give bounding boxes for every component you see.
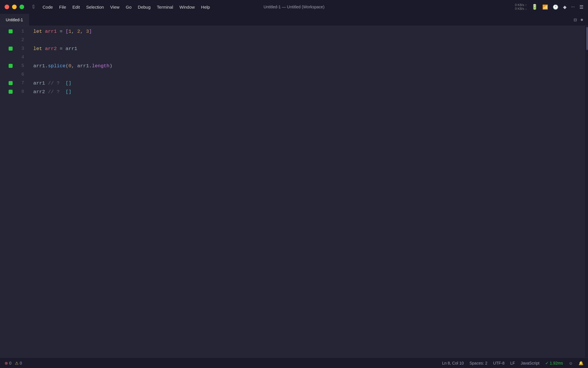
gutter-row <box>0 87 14 96</box>
dot-icon: ● <box>580 17 583 23</box>
breakpoint-indicator[interactable] <box>9 29 13 33</box>
menu-file[interactable]: File <box>56 3 69 11</box>
indentation[interactable]: Spaces: 2 <box>469 361 487 365</box>
menu-terminal[interactable]: Terminal <box>154 3 176 11</box>
line-number: 1 <box>14 27 29 36</box>
code-line[interactable]: let arr1 = [1, 2, 3] <box>33 27 585 36</box>
line-number: 8 <box>14 87 29 96</box>
statusbar-right: Ln 8, Col 10 Spaces: 2 UTF-8 LF JavaScri… <box>442 361 583 365</box>
editor-container: 12345678 let arr1 = [1, 2, 3]let arr2 = … <box>0 26 588 358</box>
token-plain <box>60 89 65 95</box>
scrollbar-thumb[interactable] <box>586 27 588 50</box>
breakpoint-indicator[interactable] <box>9 90 13 94</box>
token-bracket: [ <box>65 29 68 34</box>
close-button[interactable] <box>5 5 9 9</box>
smiley-icon[interactable]: ☺ <box>569 361 573 365</box>
code-line[interactable]: arr1 // ? [] <box>33 79 585 87</box>
gutter-row <box>0 79 14 87</box>
minimize-button[interactable] <box>12 5 17 9</box>
gutter-row <box>0 70 14 79</box>
scrollbar[interactable] <box>585 26 588 358</box>
code-line[interactable]: let arr2 = arr1 <box>33 44 585 53</box>
line-number: 3 <box>14 44 29 53</box>
token-op: ) <box>109 63 112 69</box>
line-number: 7 <box>14 79 29 87</box>
token-result: [] <box>65 80 71 86</box>
apple-menu[interactable]:  <box>30 3 37 11</box>
error-count-value: 0 <box>9 361 11 365</box>
line-number: 6 <box>14 70 29 79</box>
encoding[interactable]: UTF-8 <box>493 361 505 365</box>
token-comment: // ? <box>48 80 60 86</box>
menu-window[interactable]: Window <box>177 3 198 11</box>
network-speed-icon: 0 KB/s ↑ 0 KB/s ↓ <box>515 3 527 11</box>
token-op: , <box>71 29 77 34</box>
titlebar-right: 0 KB/s ↑ 0 KB/s ↓ 🔋 📶 🕐 ◆ ··· ☰ <box>515 3 583 11</box>
error-icon: ⊗ <box>5 361 8 365</box>
code-line[interactable]: arr1.splice(0, arr1.length) <box>33 62 585 70</box>
language-mode[interactable]: JavaScript <box>521 361 539 365</box>
menu-help[interactable]: Help <box>198 3 213 11</box>
token-plain <box>60 80 65 86</box>
line-number: 2 <box>14 36 29 44</box>
token-var: arr1 <box>45 29 57 34</box>
line-number: 4 <box>14 53 29 62</box>
menu-bar:  Code File Edit Selection View Go Debug… <box>30 3 213 11</box>
token-kw: let <box>33 29 45 34</box>
token-method: splice <box>48 63 65 69</box>
split-editor-icon[interactable]: ⊟ <box>574 17 577 23</box>
tab-label: Untitled-1 <box>6 18 23 22</box>
clock-icon: 🕐 <box>553 4 558 10</box>
token-plain: arr1. <box>33 63 48 69</box>
token-comment: // ? <box>48 89 60 95</box>
code-line[interactable] <box>33 36 585 44</box>
code-area[interactable]: let arr1 = [1, 2, 3]let arr2 = arr1arr1.… <box>29 26 585 358</box>
code-line[interactable] <box>33 70 585 79</box>
breakpoint-indicator[interactable] <box>9 64 13 68</box>
token-num: 2 <box>77 29 80 34</box>
code-line[interactable] <box>33 53 585 62</box>
titlebar:  Code File Edit Selection View Go Debug… <box>0 0 588 14</box>
menu-code[interactable]: Code <box>40 3 56 11</box>
warning-icon: ⚠ <box>15 361 19 365</box>
tabbar-icons: ⊟ ● <box>574 17 588 23</box>
menu-edit[interactable]: Edit <box>69 3 83 11</box>
window-title: Untitled-1 — Untitled (Workspace) <box>264 5 324 9</box>
list-icon[interactable]: ☰ <box>579 4 583 10</box>
token-op: ( <box>65 63 68 69</box>
token-num: 1 <box>68 29 71 34</box>
tab-bar: Untitled-1 ⊟ ● <box>0 14 588 26</box>
token-plain: arr1 <box>65 46 77 51</box>
token-plain: arr1 <box>33 80 48 86</box>
breakpoint-indicator[interactable] <box>9 81 13 85</box>
breakpoint-indicator[interactable] <box>9 47 13 51</box>
menu-selection[interactable]: Selection <box>83 3 107 11</box>
line-numbers: 12345678 <box>14 26 29 358</box>
cursor-position[interactable]: Ln 8, Col 10 <box>442 361 464 365</box>
menu-debug[interactable]: Debug <box>135 3 153 11</box>
tab-untitled-1[interactable]: Untitled-1 <box>0 14 29 26</box>
breakpoint-gutter <box>0 26 14 358</box>
code-line[interactable]: arr2 // ? [] <box>33 87 585 96</box>
error-count[interactable]: ⊗ 0 ⚠ 0 <box>5 361 22 365</box>
line-ending[interactable]: LF <box>510 361 515 365</box>
menu-go[interactable]: Go <box>123 3 134 11</box>
token-op: , <box>80 29 86 34</box>
gutter-row <box>0 62 14 70</box>
traffic-lights <box>5 5 24 9</box>
ellipsis-icon[interactable]: ··· <box>571 4 575 9</box>
token-op: = <box>57 29 66 34</box>
maximize-button[interactable] <box>20 5 24 9</box>
gutter-row <box>0 44 14 53</box>
token-var: arr2 <box>45 46 57 51</box>
wifi-icon: 📶 <box>542 4 548 10</box>
token-bracket: ] <box>89 29 92 34</box>
menu-view[interactable]: View <box>107 3 122 11</box>
notification-bell-icon[interactable]: 🔔 <box>579 361 583 365</box>
finder-icon: ◆ <box>563 4 566 10</box>
token-num: 3 <box>86 29 89 34</box>
status-bar: ⊗ 0 ⚠ 0 Ln 8, Col 10 Spaces: 2 UTF-8 LF … <box>0 358 588 368</box>
token-plain: arr2 <box>33 89 48 95</box>
warning-count-value: 0 <box>20 361 22 365</box>
gutter-row <box>0 27 14 36</box>
